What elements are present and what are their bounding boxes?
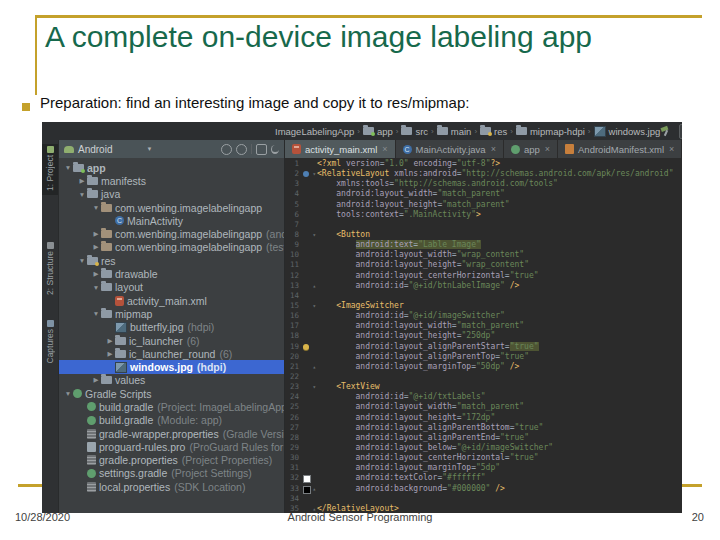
- tree-item[interactable]: ▶drawable: [59, 267, 284, 280]
- chevron-right-icon[interactable]: ▶: [91, 270, 101, 278]
- tree-item[interactable]: windows.jpg(hdpi): [59, 360, 284, 373]
- tree-item[interactable]: ▼mipmap: [59, 307, 284, 320]
- lightbulb-icon[interactable]: [303, 344, 309, 350]
- editor-tab[interactable]: activity_main.xml×: [285, 140, 396, 158]
- fold-marker-icon[interactable]: ▾: [312, 382, 316, 392]
- code-line: android:layout_width="match_parent": [317, 402, 524, 412]
- tree-item[interactable]: ▼res: [59, 254, 284, 267]
- tree-item[interactable]: butterfly.jpg(hdpi): [59, 321, 284, 334]
- fold-marker-icon[interactable]: ▴: [312, 281, 316, 291]
- fold-marker-icon[interactable]: ▴: [312, 362, 316, 372]
- editor-tab[interactable]: MainActivity.java×: [396, 140, 504, 158]
- editor-tab[interactable]: app×: [504, 140, 558, 158]
- chevron-right-icon[interactable]: ▶: [91, 376, 101, 384]
- chevron-down-icon[interactable]: ▼: [146, 146, 152, 152]
- tree-item[interactable]: ▶ic_launcher_round(6): [59, 347, 284, 360]
- breadcrumb-separator-icon: ›: [588, 127, 591, 136]
- tree-item[interactable]: proguard-rules.pro(ProGuard Rules for ap…: [59, 440, 284, 453]
- code-line: <TextView: [317, 382, 380, 392]
- hide-panel-icon[interactable]: [271, 145, 279, 154]
- line-number: 29: [285, 443, 301, 453]
- line-number: 23: [285, 382, 301, 392]
- chevron-right-icon[interactable]: ▶: [91, 230, 101, 238]
- tree-item[interactable]: activity_main.xml: [59, 294, 284, 307]
- gear-icon[interactable]: [256, 144, 267, 155]
- fold-marker-icon[interactable]: ▴: [312, 484, 316, 494]
- chevron-down-icon[interactable]: ▼: [63, 390, 73, 397]
- tree-item[interactable]: gradle.properties(Project Properties): [59, 454, 284, 467]
- chevron-down-icon[interactable]: ▼: [77, 191, 87, 198]
- breadcrumb-item[interactable]: windows.jpg: [594, 126, 661, 137]
- line-number: 10: [285, 250, 301, 260]
- tree-item[interactable]: build.gradle(Project: ImageLabelingApp): [59, 400, 284, 413]
- breadcrumb-separator-icon: ›: [357, 127, 360, 136]
- close-icon[interactable]: ×: [382, 144, 387, 154]
- close-icon[interactable]: ×: [545, 144, 550, 154]
- chevron-right-icon[interactable]: ▶: [77, 177, 87, 185]
- project-view-select[interactable]: Android: [78, 144, 112, 155]
- breadcrumb-item[interactable]: src: [401, 126, 428, 137]
- chevron-right-icon[interactable]: ▶: [91, 243, 101, 251]
- breadcrumb-item[interactable]: app: [363, 126, 393, 137]
- close-icon[interactable]: ×: [491, 144, 496, 154]
- chevron-down-icon[interactable]: ▼: [77, 257, 87, 264]
- build-hammer-icon[interactable]: [660, 125, 672, 137]
- tree-item[interactable]: ▶manifests: [59, 174, 284, 187]
- tree-item[interactable]: ▶com.wenbing.imagelabelingapp(test): [59, 241, 284, 254]
- tree-item[interactable]: ▼com.wenbing.imagelabelingapp: [59, 201, 284, 214]
- tree-item[interactable]: settings.gradle(Project Settings): [59, 467, 284, 480]
- gradle-icon: [87, 416, 96, 425]
- line-number: 30: [285, 453, 301, 463]
- chevron-right-icon[interactable]: ▶: [105, 350, 115, 358]
- folder-icon: [87, 177, 98, 185]
- breadcrumb-item[interactable]: main: [437, 126, 472, 137]
- run-configuration-select[interactable]: app ▼: [679, 124, 682, 139]
- fold-marker-icon[interactable]: ▾: [312, 301, 316, 311]
- tree-item[interactable]: ▶com.wenbing.imagelabelingapp(androidTes…: [59, 227, 284, 240]
- tree-item[interactable]: build.gradle(Module: app): [59, 414, 284, 427]
- code-line: <ImageSwitcher: [317, 301, 404, 311]
- close-icon[interactable]: ×: [669, 144, 674, 154]
- tool-window-button[interactable]: 1: Project: [42, 144, 58, 195]
- folder-icon: [437, 127, 448, 135]
- tool-window-button[interactable]: 2: Structure: [42, 240, 58, 295]
- sync-icon[interactable]: [221, 144, 232, 155]
- tree-item[interactable]: ▼java: [59, 188, 284, 201]
- code-line: android:layout_alignParentStart="true": [317, 342, 539, 352]
- breadcrumb-item[interactable]: mipmap-hdpi: [516, 126, 585, 137]
- props-icon: [87, 455, 96, 465]
- xml-icon: [115, 296, 124, 306]
- tree-item[interactable]: gradle-wrapper.properties(Gradle Version…: [59, 427, 284, 440]
- tool-window-button[interactable]: Captures: [42, 318, 58, 364]
- fold-marker-icon[interactable]: ▾: [312, 169, 316, 179]
- chevron-down-icon[interactable]: ▼: [91, 204, 101, 211]
- toolbar-divider: [251, 144, 252, 154]
- chevron-right-icon[interactable]: ▶: [105, 337, 115, 345]
- breadcrumb-item[interactable]: ImageLabelingApp: [46, 126, 354, 137]
- chevron-down-icon[interactable]: ▼: [63, 164, 73, 171]
- fold-marker-icon[interactable]: ▾: [312, 230, 316, 240]
- code-area[interactable]: 1<?xml version="1.0" encoding="utf-8"?>2…: [285, 158, 682, 513]
- line-number: 2: [285, 169, 301, 179]
- locate-file-icon[interactable]: [236, 144, 247, 155]
- tree-item[interactable]: ▼Gradle Scripts: [59, 387, 284, 400]
- chevron-down-icon[interactable]: ▼: [91, 284, 101, 291]
- chevron-down-icon[interactable]: ▼: [91, 310, 101, 317]
- code-line: android:layout_height="172dp": [317, 413, 495, 423]
- android-studio-screenshot: ImageLabelingApp›app›src›main›res›mipmap…: [42, 122, 682, 513]
- color-swatch-icon: [303, 475, 311, 483]
- breadcrumb-item[interactable]: res: [480, 126, 507, 137]
- tree-item[interactable]: ▼app: [59, 161, 284, 174]
- fold-marker-icon[interactable]: ▴: [312, 504, 316, 513]
- editor-tab[interactable]: AndroidManifest.xml×: [558, 140, 682, 158]
- tree-item[interactable]: ▼layout: [59, 281, 284, 294]
- code-line: tools:context=".MainActivity">: [317, 210, 481, 220]
- tree-item[interactable]: local.properties(SDK Location): [59, 480, 284, 493]
- tree-item[interactable]: ▶values: [59, 374, 284, 387]
- tree-item[interactable]: ▶ic_launcher(6): [59, 334, 284, 347]
- package-icon: [101, 204, 112, 212]
- xml-icon: [292, 144, 301, 154]
- tree-item[interactable]: MainActivity: [59, 214, 284, 227]
- line-number: 18: [285, 331, 301, 341]
- line-number: 15: [285, 301, 301, 311]
